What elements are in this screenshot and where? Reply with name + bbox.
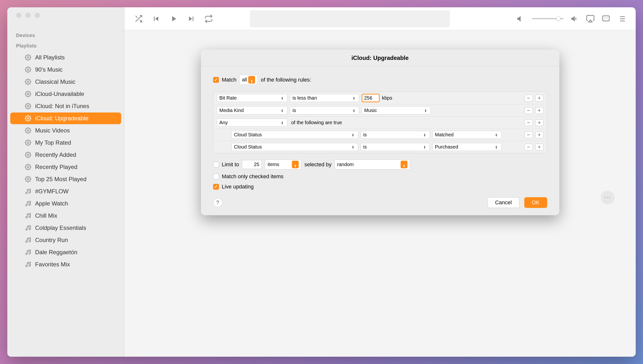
playlist-label: Coldplay Essentials (35, 224, 86, 231)
sidebar-playlist[interactable]: #GYMFLOW (10, 186, 121, 197)
remove-rule-button[interactable]: − (525, 107, 533, 114)
add-rule-button[interactable]: + (535, 95, 544, 102)
rules-container: Bit Rate▲▼is less than▲▼kbps−+Media Kind… (213, 92, 547, 153)
sidebar-playlist[interactable]: Coldplay Essentials (10, 222, 121, 234)
add-rule-button[interactable]: + (535, 119, 544, 126)
limit-label: Limit to (222, 162, 239, 168)
svg-point-8 (27, 154, 29, 156)
playlist-label: Favorites Mix (35, 261, 70, 268)
playlist-label: Country Run (35, 237, 68, 244)
sheet-title: iCloud: Upgradeable (201, 50, 559, 66)
remove-rule-button[interactable]: − (525, 132, 533, 138)
sidebar-smart-playlist[interactable]: Music Videos (10, 125, 121, 136)
sidebar-smart-playlist[interactable]: Recently Played (10, 161, 121, 173)
sidebar-smart-playlist[interactable]: Top 25 Most Played (10, 173, 121, 185)
rule-field-select[interactable]: Media Kind▲▼ (217, 106, 288, 114)
rule-field-select[interactable]: Cloud Status▲▼ (232, 131, 358, 139)
previous-icon[interactable] (152, 14, 160, 23)
next-icon[interactable] (187, 14, 195, 23)
playlist-label: All Playlists (35, 54, 65, 61)
volume-high-icon (570, 14, 579, 23)
limit-count-input[interactable] (242, 160, 262, 169)
app-window: Devices Playlists All Playlists90's Musi… (7, 7, 636, 357)
remove-rule-button[interactable]: − (525, 95, 533, 102)
sidebar-smart-playlist[interactable]: 90's Music (10, 64, 121, 76)
toolbar (124, 7, 636, 30)
ok-button[interactable]: OK (524, 197, 547, 208)
volume-slider[interactable] (532, 18, 563, 19)
main-area: ··· iCloud: Upgradeable Match all ▲▼ of … (124, 7, 636, 357)
gear-icon (25, 115, 31, 122)
rule-unit-label: kbps (382, 95, 392, 101)
match-scope-select[interactable]: all ▲▼ (239, 75, 258, 85)
playlist-label: Top 25 Most Played (35, 176, 87, 182)
match-label: Match (222, 77, 237, 83)
sidebar-playlist[interactable]: Favorites Mix (10, 258, 121, 270)
cancel-button[interactable]: Cancel (487, 197, 519, 208)
add-rule-button[interactable]: + (535, 107, 544, 114)
playlist-label: #GYMFLOW (35, 188, 69, 195)
svg-point-4 (27, 106, 29, 107)
sidebar-smart-playlist[interactable]: My Top Rated (10, 137, 121, 148)
sidebar-smart-playlist[interactable]: iCloud: Not in iTunes (10, 100, 121, 112)
svg-point-5 (27, 118, 29, 119)
rule-op-select[interactable]: is less than▲▼ (290, 94, 359, 102)
playlist-label: 90's Music (35, 66, 63, 73)
repeat-icon[interactable] (204, 14, 213, 23)
content-area: ··· iCloud: Upgradeable Match all ▲▼ of … (124, 30, 636, 357)
rule-field-select[interactable]: Bit Rate▲▼ (217, 94, 288, 102)
rule-op-select[interactable]: is▲▼ (290, 106, 359, 114)
rule-field-select[interactable]: Cloud Status▲▼ (232, 143, 358, 151)
queue-icon[interactable] (617, 14, 626, 23)
window-controls (7, 13, 124, 18)
limit-unit-select[interactable]: items ▲▼ (265, 160, 301, 170)
airplay-icon[interactable] (586, 14, 595, 23)
rule-op-select[interactable]: is▲▼ (361, 131, 430, 139)
rule-value-select[interactable]: Matched▲▼ (432, 131, 502, 139)
limit-checkbox[interactable] (213, 162, 219, 168)
sidebar-playlist[interactable]: Country Run (10, 234, 121, 246)
add-rule-button[interactable]: + (535, 144, 544, 150)
remove-rule-button[interactable]: − (525, 119, 533, 126)
gear-icon (25, 140, 31, 146)
playlist-icon (25, 261, 31, 268)
rule-op-select[interactable]: is▲▼ (361, 143, 430, 151)
svg-point-15 (26, 216, 27, 218)
svg-point-18 (29, 228, 31, 230)
lyrics-icon[interactable] (601, 14, 610, 23)
match-checkbox[interactable] (213, 77, 219, 83)
sidebar-playlist[interactable]: Apple Watch (10, 198, 121, 210)
shuffle-icon[interactable] (134, 14, 143, 23)
svg-point-12 (29, 192, 31, 193)
rule-value-select[interactable]: Purchased▲▼ (432, 143, 502, 151)
minimize-window[interactable] (25, 13, 31, 18)
playlist-icon (25, 237, 31, 243)
sidebar-playlist[interactable]: Chill Mix (10, 210, 121, 222)
help-button[interactable]: ? (213, 198, 222, 207)
sidebar-smart-playlist[interactable]: iCloud: Upgradeable (10, 112, 121, 124)
limit-method-select[interactable]: random ▲▼ (335, 160, 410, 170)
playlist-icon (25, 188, 31, 194)
rule-value-input[interactable] (362, 94, 380, 102)
volume-knob[interactable] (556, 16, 561, 21)
sidebar-smart-playlist[interactable]: All Playlists (10, 52, 121, 63)
add-rule-button[interactable]: + (535, 132, 544, 138)
match-only-checked-checkbox[interactable] (213, 174, 219, 180)
sidebar-smart-playlist[interactable]: Recently Added (10, 149, 121, 161)
sidebar-playlist[interactable]: Dale Reggaetón (10, 246, 121, 258)
modal-overlay: iCloud: Upgradeable Match all ▲▼ of the … (124, 30, 636, 357)
live-updating-checkbox[interactable] (213, 184, 219, 190)
remove-rule-button[interactable]: − (525, 144, 533, 150)
sidebar-smart-playlist[interactable]: Classical Music (10, 76, 121, 88)
svg-point-21 (26, 253, 27, 255)
svg-point-24 (29, 265, 31, 266)
zoom-window[interactable] (35, 13, 40, 18)
sidebar-smart-playlist[interactable]: iCloud-Unavailable (10, 88, 121, 100)
playlist-label: Dale Reggaetón (35, 249, 77, 256)
playlist-label: iCloud: Not in iTunes (35, 103, 89, 110)
rule-value-select[interactable]: Music▲▼ (362, 106, 431, 114)
play-icon[interactable] (169, 14, 178, 23)
close-window[interactable] (16, 13, 22, 18)
playlist-label: iCloud: Upgradeable (35, 115, 89, 122)
rule-field-select[interactable]: Any▲▼ (217, 118, 288, 126)
